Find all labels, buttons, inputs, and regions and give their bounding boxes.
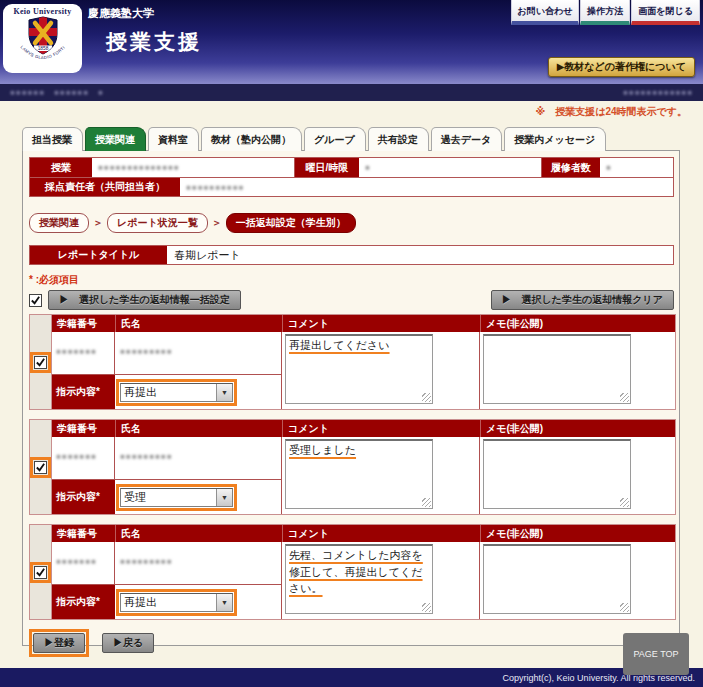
instruction-selected-value: 受理 bbox=[121, 490, 216, 505]
select-highlight: 再提出 ▼ bbox=[116, 379, 237, 406]
user-bar: ●●●●●● ●●●●●● ● ●●●●●●●●●●●● bbox=[0, 84, 703, 101]
register-highlight: ▶登録 bbox=[29, 629, 89, 657]
instruction-label: 指示内容* bbox=[52, 375, 115, 409]
student-row: 学籍番号 氏名 コメント メモ(非公開) ●●●●●●● ●●●●●●●●● 指… bbox=[29, 419, 676, 515]
student-name-value: ●●●●●●●●● bbox=[115, 542, 282, 585]
nav-tab[interactable]: グループ bbox=[304, 127, 366, 151]
logo-year: 1858 bbox=[37, 46, 48, 51]
student-checkbox[interactable] bbox=[34, 566, 47, 579]
select-highlight: 再提出 ▼ bbox=[116, 589, 237, 616]
breadcrumb-item: レポート状況一覧 ＞ bbox=[107, 213, 226, 233]
day-period-value: ● bbox=[359, 158, 542, 177]
instruction-selected-value: 再提出 bbox=[121, 385, 216, 400]
student-row: 学籍番号 氏名 コメント メモ(非公開) ●●●●●●● ●●●●●●●●● 指… bbox=[29, 314, 676, 410]
back-button[interactable]: ▶戻る bbox=[102, 633, 154, 653]
student-checkbox[interactable] bbox=[34, 356, 47, 369]
header-action-button[interactable]: 操作方法 bbox=[580, 0, 630, 25]
copyright-info-button[interactable]: ▶教材などの著作権について bbox=[548, 57, 695, 77]
comment-textarea[interactable]: 先程、コメントした内容を修正して、再提出してください。 bbox=[285, 544, 433, 614]
grader-redacted: ●●●●●●●●●● bbox=[186, 183, 244, 192]
notice-text: ※ 授業支援は24時間表示です。 bbox=[0, 105, 687, 119]
instruction-select[interactable]: 再提出 ▼ bbox=[120, 383, 233, 402]
keio-logo: Keio University 1858 CALAMVS GLADIO FORT… bbox=[3, 4, 82, 73]
breadcrumb-link[interactable]: 授業関連 bbox=[29, 213, 89, 233]
column-header-comment: コメント bbox=[282, 525, 480, 542]
grader-value: ●●●●●●●●●● bbox=[180, 178, 673, 196]
comment-textarea[interactable]: 再提出してください bbox=[285, 334, 433, 404]
student-checkbox-cell bbox=[30, 420, 52, 514]
column-header-name: 氏名 bbox=[115, 315, 282, 332]
chevron-down-icon[interactable]: ▼ bbox=[216, 384, 232, 401]
nav-tab[interactable]: 資料室 bbox=[148, 127, 199, 151]
report-title-value: 春期レポート bbox=[167, 246, 673, 264]
column-header-student-id: 学籍番号 bbox=[52, 525, 115, 542]
column-header-memo: メモ(非公開) bbox=[480, 525, 675, 542]
instruction-selected-value: 再提出 bbox=[121, 595, 216, 610]
register-button[interactable]: ▶登録 bbox=[33, 633, 85, 653]
report-title-bar: レポートタイトル 春期レポート bbox=[29, 245, 674, 265]
instruction-select[interactable]: 再提出 ▼ bbox=[120, 593, 233, 612]
nav-tab[interactable]: 授業関連 bbox=[85, 127, 146, 151]
checkbox-highlight bbox=[30, 457, 51, 478]
instruction-label: 指示内容* bbox=[52, 585, 115, 619]
breadcrumb-link[interactable]: レポート状況一覧 bbox=[107, 213, 208, 233]
comment-cell: 受理しました bbox=[282, 437, 480, 514]
nav-tab[interactable]: 担当授業 bbox=[22, 127, 83, 151]
memo-cell bbox=[480, 332, 675, 409]
breadcrumb-separator: ＞ bbox=[212, 216, 222, 230]
checkbox-highlight bbox=[30, 562, 51, 583]
student-table: 学籍番号 氏名 コメント メモ(非公開) ●●●●●●● ●●●●●●●●● 指… bbox=[52, 420, 675, 514]
header-action-button[interactable]: 画面を閉じる bbox=[631, 0, 700, 25]
column-header-name: 氏名 bbox=[115, 420, 282, 437]
main-content: ※ 授業支援は24時間表示です。 担当授業授業関連資料室教材（塾内公開）グループ… bbox=[0, 101, 703, 668]
breadcrumb-separator: ＞ bbox=[93, 216, 103, 230]
chevron-down-icon[interactable]: ▼ bbox=[216, 594, 232, 611]
select-all-checkbox[interactable] bbox=[29, 294, 42, 307]
student-table: 学籍番号 氏名 コメント メモ(非公開) ●●●●●●● ●●●●●●●●● 指… bbox=[52, 525, 675, 619]
comment-cell: 再提出してください bbox=[282, 332, 480, 409]
nav-tab[interactable]: 教材（塾内公開） bbox=[201, 127, 302, 151]
tabs: 担当授業授業関連資料室教材（塾内公開）グループ共有設定過去データ授業内メッセージ bbox=[22, 127, 703, 151]
select-highlight: 受理 ▼ bbox=[116, 484, 237, 511]
app-title: 授業支援 bbox=[106, 28, 202, 56]
instruction-select[interactable]: 受理 ▼ bbox=[120, 488, 233, 507]
header-action-button[interactable]: お問い合わせ bbox=[511, 0, 580, 25]
check-icon bbox=[35, 567, 46, 578]
top-buttons: お問い合わせ操作方法画面を閉じる bbox=[511, 0, 700, 25]
memo-textarea[interactable] bbox=[483, 544, 631, 614]
course-info-table: 授業 ●●●●●●●●●●●●●● 曜日/時限 ● 履修者数 ● 採点責任者（共… bbox=[29, 157, 674, 197]
bulk-clear-button[interactable]: ▶ 選択した学生の返却情報クリア bbox=[491, 290, 674, 310]
bulk-actions: ▶ 選択した学生の返却情報一括設定 ▶ 選択した学生の返却情報クリア bbox=[29, 290, 674, 310]
student-name-redacted: ●●●●●●●●● bbox=[120, 557, 173, 566]
course-info-row-2: 採点責任者（共同担当者） ●●●●●●●●●● bbox=[30, 177, 673, 196]
university-name: 慶應義塾大学 bbox=[88, 6, 154, 21]
nav-tab[interactable]: 授業内メッセージ bbox=[504, 127, 606, 151]
comment-textarea[interactable]: 受理しました bbox=[285, 439, 433, 509]
student-id-value: ●●●●●●● bbox=[52, 332, 115, 375]
student-row: 学籍番号 氏名 コメント メモ(非公開) ●●●●●●● ●●●●●●●●● 指… bbox=[29, 524, 676, 620]
column-header-student-id: 学籍番号 bbox=[52, 420, 115, 437]
enrollment-value: ● bbox=[600, 158, 673, 177]
column-header-memo: メモ(非公開) bbox=[480, 315, 675, 332]
bulk-set-button[interactable]: ▶ 選択した学生の返却情報一括設定 bbox=[48, 290, 241, 310]
breadcrumb: 授業関連 ＞ レポート状況一覧 ＞ 一括返却設定（学生別） bbox=[29, 213, 673, 233]
column-header-comment: コメント bbox=[282, 315, 480, 332]
nav-tab[interactable]: 過去データ bbox=[431, 127, 502, 151]
breadcrumb-link[interactable]: 一括返却設定（学生別） bbox=[226, 213, 356, 233]
student-list: 学籍番号 氏名 コメント メモ(非公開) ●●●●●●● ●●●●●●●●● 指… bbox=[29, 314, 673, 620]
datetime-redacted: ●●●●●●●●●●●● bbox=[623, 88, 693, 97]
check-icon bbox=[30, 295, 41, 306]
nav-tab[interactable]: 共有設定 bbox=[368, 127, 429, 151]
logged-in-user-redacted: ●●●●●● ●●●●●● ● bbox=[10, 87, 104, 98]
column-header-student-id: 学籍番号 bbox=[52, 315, 115, 332]
page-top-button[interactable]: PAGE TOP bbox=[623, 633, 689, 675]
form-actions: ▶登録 ▶戻る bbox=[29, 629, 673, 657]
student-id-redacted: ●●●●●●● bbox=[56, 557, 97, 566]
student-name-value: ●●●●●●●●● bbox=[115, 437, 282, 480]
student-checkbox[interactable] bbox=[34, 461, 47, 474]
memo-textarea[interactable] bbox=[483, 334, 631, 404]
memo-textarea[interactable] bbox=[483, 439, 631, 509]
chevron-down-icon[interactable]: ▼ bbox=[216, 489, 232, 506]
keio-shield-icon: 1858 CALAMVS GLADIO FORTIOR bbox=[11, 16, 75, 64]
column-header-memo: メモ(非公開) bbox=[480, 420, 675, 437]
